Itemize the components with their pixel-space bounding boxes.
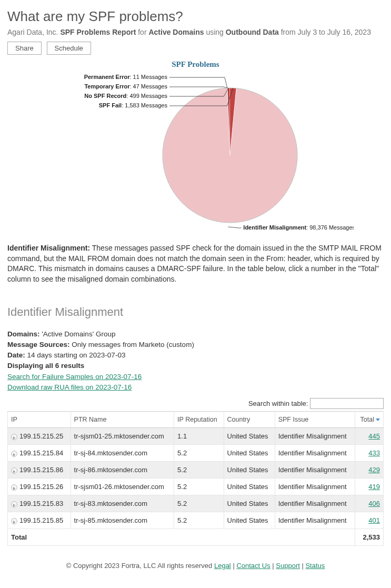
chart-title: SPF Problems	[7, 60, 384, 69]
cell-rep: 5.2	[174, 512, 224, 529]
pie-label: Temporary Error: 47 Messages	[84, 83, 167, 89]
domains-label: Domains:	[7, 330, 40, 338]
cell-ptr: tr-sjsm01-26.mktosender.com	[71, 479, 174, 495]
status-link[interactable]: Status	[305, 562, 325, 570]
cell-total-link[interactable]: 429	[368, 466, 380, 474]
pie-label: Identifier Misalignment: 98,376 Messages	[243, 224, 354, 231]
cell-ptr: tr-sj-85.mktosender.com	[71, 512, 174, 529]
table-row: 199.15.215.85tr-sj-85.mktosender.com5.2U…	[8, 512, 384, 529]
cell-country: United States	[224, 512, 275, 529]
cell-country: United States	[224, 445, 275, 462]
search-samples-link[interactable]: Search for Failure Samples on 2023-07-16	[7, 373, 142, 381]
share-button[interactable]: Share	[7, 42, 42, 55]
contact-link[interactable]: Contact Us	[236, 562, 270, 570]
report-name: SPF Problems Report	[60, 28, 136, 36]
download-rua-link[interactable]: Download raw RUA files on 2023-07-16	[7, 383, 132, 391]
footer-total: 2,533	[355, 529, 384, 546]
cell-rep: 5.2	[174, 462, 224, 479]
for-label: for	[138, 28, 146, 36]
expand-icon[interactable]	[11, 518, 17, 524]
cell-ip: 199.15.215.85	[19, 516, 63, 524]
cell-rep: 5.2	[174, 479, 224, 495]
cell-rep: 5.2	[174, 495, 224, 512]
cell-ip: 199.15.215.83	[19, 500, 63, 507]
cell-rep: 5.2	[174, 445, 224, 462]
cell-total-link[interactable]: 445	[368, 432, 380, 440]
cell-issue: Identifier Misalignment	[275, 479, 355, 495]
using-label: using	[206, 28, 223, 36]
cell-country: United States	[224, 495, 275, 512]
th-ptr[interactable]: PTR Name	[71, 412, 174, 428]
sources-label: Message Sources:	[7, 341, 70, 348]
explain-paragraph: Identifier Misalignment: These messages …	[7, 243, 384, 284]
report-subtitle: Agari Data, Inc. SPF Problems Report for…	[7, 28, 384, 36]
table-row: 199.15.215.84tr-sj-84.mktosender.com5.2U…	[8, 445, 384, 462]
sources-value: Only messages from Marketo (custom)	[70, 341, 194, 348]
th-total[interactable]: Total	[355, 412, 384, 428]
expand-icon[interactable]	[11, 501, 17, 507]
cell-country: United States	[224, 479, 275, 495]
company-name: Agari Data, Inc.	[7, 28, 58, 36]
date-value: 14 days starting on 2023-07-03	[25, 351, 126, 359]
results-label: Displaying all 6 results	[7, 362, 84, 370]
cell-ptr: tr-sjsm01-25.mktosender.com	[71, 428, 174, 445]
sort-desc-icon	[376, 418, 380, 421]
cell-ptr: tr-sj-84.mktosender.com	[71, 445, 174, 462]
cell-ip: 199.15.215.26	[19, 483, 63, 491]
support-link[interactable]: Support	[276, 562, 300, 570]
cell-issue: Identifier Misalignment	[275, 512, 355, 529]
cell-issue: Identifier Misalignment	[275, 445, 355, 462]
search-input[interactable]	[310, 398, 384, 409]
expand-icon[interactable]	[11, 451, 17, 457]
domains-value: 'Active Domains' Group	[40, 330, 116, 338]
expand-icon[interactable]	[11, 467, 17, 474]
cell-issue: Identifier Misalignment	[275, 428, 355, 445]
cell-rep: 1.1	[174, 428, 224, 445]
cell-ip: 199.15.215.25	[19, 432, 63, 440]
cell-country: United States	[224, 428, 275, 445]
legal-link[interactable]: Legal	[214, 562, 231, 570]
th-country[interactable]: Country	[224, 412, 275, 428]
cell-total-link[interactable]: 401	[368, 516, 380, 524]
cell-issue: Identifier Misalignment	[275, 495, 355, 512]
cell-ptr: tr-sj-83.mktosender.com	[71, 495, 174, 512]
explain-bold: Identifier Misalignment:	[7, 244, 90, 252]
schedule-button[interactable]: Schedule	[47, 42, 91, 55]
cell-ptr: tr-sj-86.mktosender.com	[71, 462, 174, 479]
th-total-label: Total	[360, 416, 374, 423]
pie-label: No SPF Record: 499 Messages	[84, 93, 167, 99]
table-row: 199.15.215.83tr-sj-83.mktosender.com5.2U…	[8, 495, 384, 512]
section-meta: Domains: 'Active Domains' Group Message …	[7, 329, 384, 393]
cell-total-link[interactable]: 433	[368, 449, 380, 457]
date-label: Date:	[7, 351, 25, 359]
cell-total-link[interactable]: 406	[368, 500, 380, 507]
cell-ip: 199.15.215.86	[19, 466, 63, 474]
pie-label: Permanent Error: 11 Messages	[84, 74, 167, 80]
page-title: What are my SPF problems?	[7, 8, 384, 25]
cell-issue: Identifier Misalignment	[275, 462, 355, 479]
chart-container: SPF Problems Permanent Error: 11 Message…	[7, 60, 384, 236]
expand-icon[interactable]	[11, 484, 17, 491]
pie-chart: Permanent Error: 11 MessagesTemporary Er…	[38, 71, 354, 234]
expand-icon[interactable]	[11, 434, 17, 440]
results-table: IP PTR Name IP Reputation Country SPF Is…	[7, 411, 384, 546]
th-issue[interactable]: SPF Issue	[275, 412, 355, 428]
pie-label: SPF Fail: 1,583 Messages	[98, 102, 167, 108]
data-scope: Outbound Data	[226, 28, 279, 36]
cell-total-link[interactable]: 419	[368, 483, 380, 491]
date-range: from July 3 to July 16, 2023	[281, 28, 371, 36]
table-row: 199.15.215.25tr-sjsm01-25.mktosender.com…	[8, 428, 384, 445]
page-footer: © Copyright 2023 Fortra, LLC All rights …	[7, 562, 384, 570]
search-label: Search within table:	[248, 400, 308, 407]
th-ip[interactable]: IP	[8, 412, 71, 428]
table-row: 199.15.215.26tr-sjsm01-26.mktosender.com…	[8, 479, 384, 495]
cell-country: United States	[224, 462, 275, 479]
copyright-text: © Copyright 2023 Fortra, LLC All rights …	[66, 562, 214, 570]
th-rep[interactable]: IP Reputation	[174, 412, 224, 428]
table-row: 199.15.215.86tr-sj-86.mktosender.com5.2U…	[8, 462, 384, 479]
cell-ip: 199.15.215.84	[19, 449, 63, 457]
footer-label: Total	[8, 529, 355, 546]
domains-scope: Active Domains	[148, 28, 204, 36]
section-title: Identifier Misalignment	[7, 305, 384, 319]
